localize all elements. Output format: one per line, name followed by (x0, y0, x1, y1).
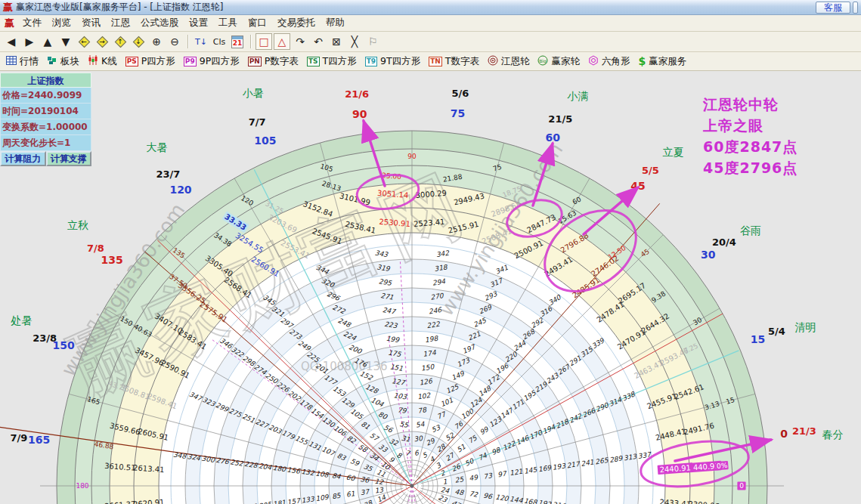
toolbar-item-label: 行情 (20, 55, 39, 68)
pan-left-icon[interactable]: ← (76, 33, 92, 50)
wheel-icon (488, 55, 498, 68)
dollar-icon: $ (638, 55, 646, 67)
annotation-line-2: 60度2847点 (703, 136, 798, 157)
zoom-in-icon[interactable]: ⊕ (148, 33, 165, 50)
next-icon[interactable]: ▶ (21, 33, 38, 50)
toolbar-item-P数字表[interactable]: PNP数字表 (248, 55, 299, 68)
main-toolbar: ◀▶▲▼←→↑↓⊕⊖T↓Cls21□△↷↶⊠╳⚐ (0, 32, 861, 52)
svg-text:61: 61 (345, 490, 355, 499)
cross-tool-icon[interactable]: ╳ (346, 33, 363, 50)
app-window: 赢 赢家江恩专业版[赢家服务平台] - [上证指数 江恩轮] 客服 赢 文件浏览… (0, 0, 861, 504)
menu-item-5[interactable]: 设置 (184, 15, 213, 29)
menu-item-2[interactable]: 资讯 (76, 15, 106, 29)
svg-text:7/8: 7/8 (87, 243, 104, 254)
svg-text:0: 0 (780, 428, 788, 440)
svg-text:21/3: 21/3 (792, 425, 816, 437)
toolbar-item-六角形[interactable]: 六角形 (588, 55, 630, 68)
svg-text:135: 135 (101, 254, 122, 266)
menu-item-8[interactable]: 交易委托 (272, 15, 321, 29)
toolbar-item-赢家服务[interactable]: $赢家服务 (638, 55, 686, 68)
svg-text:133: 133 (301, 495, 316, 504)
toolbar-item-label: P四方形 (141, 55, 175, 68)
svg-text:60: 60 (545, 131, 560, 144)
titlebar-buttons: 客服 (816, 2, 858, 14)
toolbar-item-赢家轮[interactable]: Big赢家轮 (537, 55, 580, 68)
menu-item-1[interactable]: 浏览 (47, 15, 76, 29)
panel-row-1: 时间=20190104 (0, 104, 91, 119)
toolbar-item-T数字表[interactable]: TNT数字表 (429, 55, 479, 68)
panel-row-3: 周天变化步长=1 (0, 135, 91, 151)
candles-icon (88, 55, 98, 67)
menu-item-4[interactable]: 公式选股 (135, 15, 184, 29)
pan-down-icon[interactable]: ↓ (130, 33, 147, 50)
svg-text:23/8: 23/8 (33, 332, 57, 344)
svg-text:5/5: 5/5 (642, 165, 659, 176)
toolbar-item-9T四方形[interactable]: T99T四方形 (365, 55, 421, 68)
svg-text:31: 31 (401, 434, 410, 444)
toolbar-separator (250, 35, 251, 48)
toolbar-item-label: P数字表 (265, 55, 299, 68)
svg-text:立夏: 立夏 (662, 146, 683, 158)
toolbar-item-K线[interactable]: K线 (88, 55, 117, 68)
titlebar-extra-button[interactable] (853, 2, 858, 14)
toolbar-item-P四方形[interactable]: PSP四方形 (125, 55, 175, 68)
chart-area[interactable]: 赢家财富网www.yingjia360.comwww.yingjia360.co… (0, 71, 861, 504)
rotate-cw-icon[interactable]: ↷ (292, 33, 308, 50)
menu-item-6[interactable]: 工具 (213, 15, 243, 29)
calc-support-button[interactable]: 计算支撑 (46, 151, 92, 166)
toolbar-item-label: 板块 (60, 55, 79, 68)
pan-up-icon[interactable]: ↑ (112, 33, 129, 50)
svg-text:24: 24 (440, 486, 450, 495)
annotation-line-3: 45度2796点 (703, 157, 798, 178)
cls-icon[interactable]: Cls (211, 33, 228, 50)
PS-badge-icon: PS (125, 57, 138, 66)
fit-box-icon[interactable]: ⊠ (328, 33, 345, 50)
price-axis-icon[interactable]: T↓ (193, 33, 209, 50)
svg-text:90: 90 (352, 108, 367, 120)
triangle-tool-icon[interactable]: △ (274, 33, 290, 50)
toolbar-item-行情[interactable]: 行情 (6, 55, 39, 68)
flag-icon[interactable]: ⚐ (364, 33, 381, 50)
pan-right-icon[interactable]: → (94, 33, 110, 50)
prev-icon[interactable]: ◀ (3, 33, 20, 50)
table-icon (6, 56, 17, 67)
customer-service-button[interactable]: 客服 (816, 2, 850, 14)
toolbar-item-江恩轮[interactable]: 江恩轮 (488, 55, 530, 68)
P9-badge-icon: P9 (184, 57, 197, 66)
menubar: 赢 文件浏览资讯江恩公式选股设置工具窗口交易委托帮助 (0, 15, 861, 32)
svg-text:0%: 0% (717, 462, 728, 470)
svg-text:5/6: 5/6 (451, 88, 469, 99)
T9-badge-icon: T9 (365, 57, 377, 66)
calc-resistance-button[interactable]: 计算阻力 (0, 151, 46, 166)
svg-text:165: 165 (28, 434, 50, 446)
svg-text:谷雨: 谷雨 (740, 224, 761, 237)
toolbar-item-9P四方形[interactable]: P99P四方形 (184, 55, 240, 68)
svg-text:20/4: 20/4 (712, 237, 736, 248)
rotate-ccw-icon[interactable]: ↶ (310, 33, 327, 50)
hexagon-icon (588, 55, 599, 68)
titlebar: 赢 赢家江恩专业版[赢家服务平台] - [上证指数 江恩轮] 客服 (0, 0, 861, 15)
panel-title: 上证指数 (0, 73, 91, 88)
pointer-down-icon[interactable]: ▼ (57, 33, 74, 50)
toolbar-item-label: 9T四方形 (380, 55, 420, 68)
calendar-icon[interactable]: 21 (229, 33, 246, 50)
menu-item-0[interactable]: 文件 (17, 15, 47, 29)
toolbar-item-T四方形[interactable]: TST四方形 (307, 55, 357, 68)
svg-text:54: 54 (415, 420, 425, 429)
rect-tool-icon[interactable]: □ (256, 33, 272, 50)
zoom-out-icon[interactable]: ⊖ (166, 33, 183, 50)
bigwheel-icon: Big (537, 55, 548, 68)
svg-text:157: 157 (286, 496, 302, 504)
toolbar-item-板块[interactable]: 板块 (47, 55, 79, 68)
svg-text:7/7: 7/7 (249, 116, 266, 128)
svg-text:180: 180 (76, 482, 88, 490)
panel-row-2: 变换系数=1.00000 (0, 119, 91, 135)
pointer-up-icon[interactable]: ▲ (39, 33, 56, 50)
index-info-panel: 上证指数 价格=2440.9099时间=20190104变换系数=1.00000… (0, 73, 91, 166)
toolbar-item-label: T数字表 (445, 55, 479, 68)
menu-item-3[interactable]: 江恩 (106, 15, 135, 29)
menu-item-9[interactable]: 帮助 (321, 15, 350, 29)
menu-item-7[interactable]: 窗口 (243, 15, 272, 29)
svg-text:30: 30 (701, 249, 716, 261)
svg-text:春分: 春分 (822, 428, 844, 441)
